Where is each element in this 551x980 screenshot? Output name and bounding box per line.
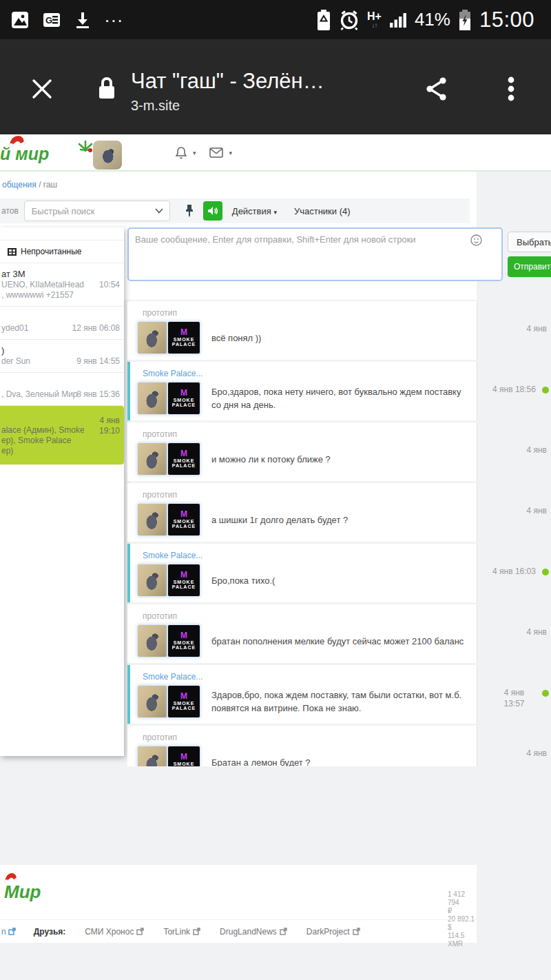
message-author[interactable]: Smoke Palace... (143, 551, 470, 560)
friend-link[interactable]: DarkProject (306, 927, 360, 937)
browser-custom-tab-bar: Чат "гаш" - Зелён… 3-m.site (0, 39, 551, 134)
chat-list-item[interactable]: alace (Админ), Smoke Palaceер), Smoke Pa… (0, 406, 124, 465)
author-avatar[interactable] (137, 382, 167, 415)
message-author[interactable]: Smoke Palace... (143, 369, 470, 378)
breadcrumb-parent-link[interactable]: общения (2, 180, 37, 190)
message-text: Бро,пока тихо.( (211, 574, 275, 587)
author-avatar[interactable] (137, 624, 167, 657)
site-header: й мир ▾ ▾ 0.000 (0, 134, 551, 172)
message-timestamp: 4 янв 16:03 (492, 566, 536, 577)
message-input[interactable]: Ваше сообщение, Enter для отправки, Shif… (127, 227, 503, 281)
message-timestamp: 4 янв (526, 505, 547, 516)
message-time-cell: 4 янв (477, 422, 551, 481)
external-link-icon (353, 928, 360, 935)
message-timestamp: 4 янв (526, 445, 547, 456)
friend-link[interactable]: TorLink (163, 927, 200, 937)
chat-title: ат 3М (1, 269, 84, 280)
author-avatar[interactable] (137, 746, 167, 766)
shop-avatar[interactable]: M SMOKE PALACE (167, 685, 200, 718)
chat-toolbar: атов Быстрый поиск Действия ▾ Участники … (0, 198, 470, 223)
battery-charging-icon (458, 9, 472, 31)
emoji-icon[interactable] (470, 234, 482, 246)
unread-filter-label: Непрочитанные (21, 247, 81, 256)
battery-percent: 41% (415, 9, 450, 30)
message-timestamp: 4 янв (526, 626, 547, 637)
message-time-cell: 4 янв (477, 604, 551, 663)
sidebar-tabs (0, 227, 124, 240)
site-footer: Мир 1 412 794₽20 892.1 $114.5 XMR n Друз… (0, 865, 477, 943)
shop-avatar[interactable]: M SMOKE PALACE (167, 746, 200, 766)
footer-logo[interactable]: Мир (4, 881, 41, 903)
friend-link[interactable]: DrugLandNews (220, 927, 287, 937)
author-avatar[interactable] (137, 685, 167, 718)
share-icon[interactable] (423, 75, 450, 103)
chat-participants: der Sun (1, 356, 84, 367)
chat-timestamp: 12 янв 06:08 (72, 323, 120, 334)
chat-list-item[interactable]: ат 3М UENO, KIlaMetalHead,, wwwwwwi +215… (0, 263, 124, 307)
shop-avatar[interactable]: M SMOKE PALACE (167, 564, 200, 597)
chat-list-sidebar: Непрочитанные ат 3М UENO, KIlaMetalHead,… (0, 227, 124, 756)
gallery-notification-icon (11, 11, 29, 29)
author-avatar[interactable] (137, 321, 167, 354)
signal-strength-icon (389, 11, 407, 29)
bell-caret-icon[interactable]: ▾ (193, 150, 196, 156)
svg-text:G: G (45, 15, 52, 25)
message-row: Smoke Palace... M SMOKE PALACE Здаров,бр… (127, 665, 551, 724)
chat-timestamp: 10:54 (99, 280, 120, 290)
actions-dropdown[interactable]: Действия ▾ (232, 206, 277, 216)
pin-icon[interactable] (185, 204, 194, 218)
online-status-dot (542, 690, 549, 697)
messages-envelope-icon[interactable] (209, 147, 223, 158)
chat-timestamp: 8 янв 15:36 (76, 389, 120, 400)
author-avatar[interactable] (137, 442, 167, 476)
chat-title (1, 378, 84, 389)
message-author[interactable]: прототип (143, 733, 470, 742)
shop-avatar[interactable]: M SMOKE PALACE (167, 503, 200, 536)
shop-avatar[interactable]: M SMOKE PALACE (167, 442, 200, 476)
message-row: Smoke Palace... M SMOKE PALACE Бро,здаро… (127, 362, 551, 420)
choose-file-button[interactable]: Выбрать файл (508, 232, 551, 252)
overflow-menu-icon[interactable] (506, 75, 517, 103)
clock: 15:00 (479, 8, 534, 32)
message-author[interactable]: прототип (143, 490, 470, 500)
message-author[interactable]: прототип (143, 429, 470, 439)
message-row: Smoke Palace... M SMOKE PALACE Бро,пока … (127, 544, 551, 602)
message-text: братан пополнения мелкие будут сейчас мо… (211, 635, 464, 648)
user-avatar[interactable] (93, 141, 122, 170)
close-icon[interactable] (30, 77, 54, 101)
friend-link[interactable]: СМИ Хронос (85, 927, 144, 937)
envelope-caret-icon[interactable]: ▾ (229, 150, 233, 156)
message-row: прототип M SMOKE PALACE а шишки 1г долго… (127, 483, 551, 542)
chat-list-item[interactable]: , Dva, Зеленый Мир 8 янв 15:36 (0, 373, 124, 406)
partner-link[interactable]: n (1, 927, 16, 937)
send-button[interactable]: Отправить (508, 256, 551, 277)
page-content: общения / гаш атов Быстрый поиск Действи… (0, 172, 551, 980)
external-link-icon (136, 928, 144, 935)
phone-screen: G ... H+↓↑ 41% 15:00 (0, 0, 551, 980)
message-time-cell: 4 янв (477, 726, 551, 766)
chat-timestamp: 9 янв 14:55 (76, 356, 120, 367)
shop-avatar[interactable]: M SMOKE PALACE (167, 624, 200, 657)
sound-toggle-button[interactable] (203, 201, 222, 221)
santa-hat-icon (7, 134, 26, 147)
page-url: 3-m.site (131, 98, 180, 114)
online-status-dot (542, 387, 549, 394)
news-notification-icon: G (43, 11, 61, 29)
shop-avatar[interactable]: M SMOKE PALACE (167, 382, 200, 415)
author-avatar[interactable] (137, 564, 167, 597)
alarm-icon (339, 9, 360, 31)
author-avatar[interactable] (137, 503, 167, 536)
quick-search-select[interactable]: Быстрый поиск (24, 201, 170, 221)
message-author[interactable]: Smoke Palace... (143, 672, 470, 682)
chat-list-item[interactable]: ) der Sun 9 янв 14:55 (0, 340, 124, 373)
message-author[interactable]: прототип (143, 611, 470, 621)
more-notifications-icon: ... (105, 6, 124, 27)
members-button[interactable]: Участники (4) (294, 206, 351, 216)
chat-list-item[interactable]: yded01 12 янв 06:08 (0, 307, 124, 340)
breadcrumb-current: гаш (43, 180, 57, 190)
chat-participants: , Dva, Зеленый Мир (1, 389, 84, 400)
unread-filter[interactable]: Непрочитанные (0, 240, 124, 263)
shop-avatar[interactable]: M SMOKE PALACE (167, 321, 200, 354)
message-author[interactable]: прототип (143, 308, 470, 318)
notifications-bell-icon[interactable] (176, 146, 187, 159)
